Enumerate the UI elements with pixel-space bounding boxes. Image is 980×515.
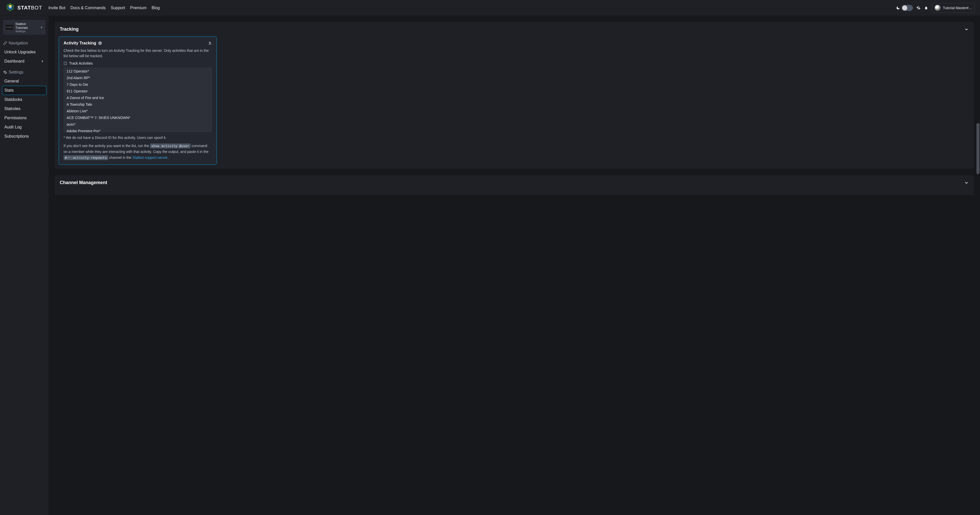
sidebar-item-subscriptions[interactable]: Subscriptions: [2, 132, 46, 141]
sidebar-item-statdocks[interactable]: Statdocks: [2, 95, 46, 104]
sidebar-item-label: Dashboard: [4, 59, 24, 64]
card-header: Activity Tracking i: [64, 41, 212, 45]
nav-links: Invite Bot Docs & Commands Support Premi…: [48, 6, 160, 10]
sidebar-item-unlock-upgrades[interactable]: Unlock Upgrades: [2, 48, 46, 57]
server-name: Statbot Tutorials: [15, 22, 38, 30]
panel-body-tracking: Activity Tracking i Check the box below …: [55, 37, 974, 169]
sidebar-item-label: Statroles: [4, 107, 21, 111]
sidebar-item-general[interactable]: General: [2, 77, 46, 86]
nav-link-invite[interactable]: Invite Bot: [48, 6, 65, 10]
panel-tracking: Tracking Activity Tracking i Check the b…: [55, 22, 974, 169]
sidebar-item-audit-log[interactable]: Audit Log: [2, 123, 46, 132]
activity-item[interactable]: Ableton Live*: [64, 108, 212, 115]
scrollbar-thumb[interactable]: [977, 123, 980, 174]
footnote-spoof: * We do not have a Discord ID for this a…: [64, 135, 212, 140]
nav-link-docs[interactable]: Docs & Commands: [70, 6, 106, 10]
gear-icon[interactable]: [916, 6, 921, 10]
sidebar-item-label: Statdocks: [4, 97, 22, 102]
server-sub: Settings: [15, 30, 38, 33]
user-label: Tutorial Master#…: [943, 6, 972, 10]
support-server-link[interactable]: Statbot support server: [132, 156, 167, 159]
checkbox-label: Track Activities: [69, 61, 93, 65]
chevron-down-icon: [964, 180, 969, 185]
card-activity-tracking: Activity Tracking i Check the box below …: [59, 37, 217, 165]
activity-item[interactable]: Adobe Premiere Pro*: [64, 128, 212, 132]
sidebar-settings-section: Settings General Stats Statdocks Statrol…: [0, 68, 48, 141]
sidebar-heading-navigation: Navigation: [2, 39, 46, 48]
caret-down-icon: ▼: [40, 26, 43, 29]
nav-right: Tutorial Master#…: [896, 3, 975, 13]
activity-item[interactable]: ACE COMBAT™ 7: SKIES UNKNOWN*: [64, 115, 212, 121]
panel-title: Tracking: [60, 27, 79, 32]
footnote-instructions: If you don't see the activity you want i…: [64, 143, 212, 160]
sidebar-heading-settings: Settings: [2, 68, 46, 77]
info-icon[interactable]: i: [98, 41, 102, 45]
activity-item[interactable]: A Dance of Fire and Ice: [64, 94, 212, 101]
code-command: show activity @user: [150, 143, 191, 148]
logo-icon: SB: [5, 3, 15, 13]
link-icon: [3, 41, 7, 45]
gear-icon: [3, 70, 7, 74]
sidebar-item-statroles[interactable]: Statroles: [2, 104, 46, 113]
activity-item[interactable]: 7 Days to Die: [64, 81, 212, 88]
bell-icon[interactable]: [924, 6, 928, 10]
activity-item[interactable]: A Township Tale: [64, 101, 212, 108]
sidebar-navigation-section: Navigation Unlock Upgrades Dashboard: [0, 39, 48, 66]
theme-toggle[interactable]: [902, 5, 913, 11]
theme-toggle-wrap: [896, 5, 913, 11]
nav-link-blog[interactable]: Blog: [151, 6, 160, 10]
main-content: Tracking Activity Tracking i Check the b…: [48, 16, 980, 515]
server-icon: STATBOT: [6, 25, 13, 30]
panel-header-channel-management[interactable]: Channel Management: [55, 175, 974, 190]
panel-title: Channel Management: [60, 180, 107, 185]
code-channel: #🎮-activity-requests: [64, 155, 108, 160]
checkbox-row: Track Activities: [64, 61, 212, 65]
activity-item[interactable]: aces*: [64, 121, 212, 128]
nav-link-support[interactable]: Support: [111, 6, 125, 10]
logo[interactable]: SB STATBOT: [5, 3, 42, 13]
panel-header-tracking[interactable]: Tracking: [55, 22, 974, 37]
svg-text:SB: SB: [9, 6, 11, 8]
sidebar: STATBOT Statbot Tutorials Settings ▼ Nav…: [0, 16, 48, 515]
sidebar-item-stats[interactable]: Stats: [2, 86, 46, 95]
server-selector-text: Statbot Tutorials Settings: [15, 22, 38, 33]
activity-item[interactable]: 2nd Alarm RP*: [64, 75, 212, 81]
user-menu[interactable]: Tutorial Master#…: [932, 3, 975, 13]
card-title: Activity Tracking i: [64, 41, 102, 45]
sidebar-item-label: Unlock Upgrades: [4, 50, 36, 54]
panel-body-channel-management: [55, 190, 974, 195]
sidebar-item-permissions[interactable]: Permissions: [2, 113, 46, 123]
activity-list[interactable]: 112 Operator*2nd Alarm RP*7 Days to Die9…: [64, 67, 212, 132]
page-scrollbar[interactable]: [977, 16, 980, 515]
activity-item[interactable]: 911 Operator: [64, 88, 212, 94]
logo-text: STATBOT: [18, 5, 42, 11]
top-nav: SB STATBOT Invite Bot Docs & Commands Su…: [0, 0, 980, 16]
sidebar-item-dashboard[interactable]: Dashboard: [2, 57, 46, 66]
chevron-right-icon: [41, 59, 44, 63]
user-slash-icon[interactable]: [208, 41, 212, 45]
sidebar-item-label: General: [4, 79, 19, 83]
panel-channel-management: Channel Management: [55, 175, 974, 195]
server-selector[interactable]: STATBOT Statbot Tutorials Settings ▼: [3, 20, 45, 35]
activity-item[interactable]: 112 Operator*: [64, 68, 212, 75]
plus-icon: [64, 62, 67, 65]
moon-icon: [896, 6, 900, 10]
chevron-down-icon: [964, 27, 969, 32]
card-description: Check the box below to turn on Activity …: [64, 48, 212, 59]
sidebar-item-label: Subscriptions: [4, 134, 29, 139]
nav-link-premium[interactable]: Premium: [130, 6, 146, 10]
avatar: [935, 5, 941, 11]
track-activities-checkbox[interactable]: [64, 62, 67, 65]
sidebar-item-label: Audit Log: [4, 125, 22, 129]
sidebar-item-label: Stats: [4, 88, 14, 92]
sidebar-item-label: Permissions: [4, 116, 27, 120]
